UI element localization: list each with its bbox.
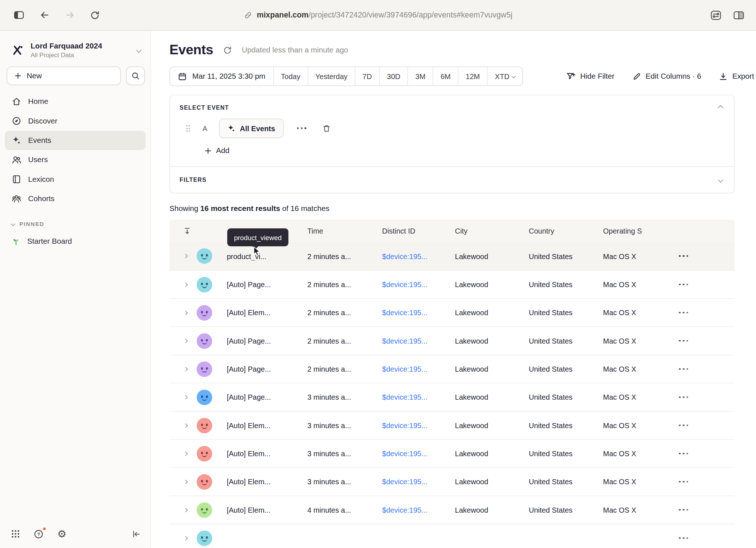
row-actions-button[interactable]	[677, 506, 690, 514]
table-row[interactable]: [Auto] Elem... 3 minutes a... $device:19…	[169, 411, 735, 439]
row-actions-button[interactable]	[677, 478, 690, 486]
sidebar-item-starter-board[interactable]: Starter Board	[5, 232, 146, 251]
distinct-id-link[interactable]: $device:195...	[382, 252, 428, 260]
row-expand-chevron-icon[interactable]	[182, 451, 188, 455]
collapse-sidebar-icon[interactable]	[131, 529, 141, 539]
range-button[interactable]: Yesterday	[308, 67, 355, 86]
reload-icon[interactable]	[88, 8, 102, 21]
sidebar-item-cohorts[interactable]: Cohorts	[5, 189, 146, 208]
row-expand-chevron-icon[interactable]	[182, 339, 188, 343]
distinct-id-link[interactable]: $device:195...	[382, 478, 428, 486]
new-button[interactable]: New	[7, 67, 121, 85]
row-expand-chevron-icon[interactable]	[182, 423, 188, 427]
distinct-id-link[interactable]: $device:195...	[382, 309, 428, 317]
event-country: United States	[529, 449, 572, 458]
sidebar-item-discover[interactable]: Discover	[5, 111, 146, 131]
row-actions-button[interactable]	[677, 422, 690, 429]
row-actions-button[interactable]	[677, 450, 690, 457]
row-expand-chevron-icon[interactable]	[182, 480, 188, 484]
row-expand-chevron-icon[interactable]	[182, 311, 188, 315]
back-icon[interactable]	[38, 8, 51, 22]
collapse-rows-icon[interactable]	[183, 227, 192, 235]
sidebar-item-home[interactable]: Home	[5, 92, 146, 111]
settings-gear-icon[interactable]: ⚙	[56, 527, 68, 540]
collapse-section-button[interactable]	[717, 104, 724, 111]
event-os: Mac OS X	[603, 280, 636, 289]
row-actions-button[interactable]	[677, 394, 690, 401]
seedling-icon	[12, 237, 20, 246]
distinct-id-link[interactable]: $device:195...	[382, 280, 428, 289]
range-button[interactable]: 3M	[407, 67, 433, 86]
event-selector-chip[interactable]: All Events	[219, 118, 283, 138]
table-row[interactable]: [Auto] Page... 2 minutes a... $device:19…	[169, 270, 735, 298]
distinct-id-link[interactable]: $device:195...	[382, 393, 428, 402]
expand-section-button[interactable]	[717, 176, 724, 184]
trash-icon[interactable]	[320, 122, 333, 135]
distinct-id-link[interactable]: $device:195...	[382, 506, 428, 514]
distinct-id-link[interactable]: $device:195...	[382, 337, 428, 345]
row-expand-chevron-icon[interactable]	[182, 536, 188, 540]
event-city: Lakewood	[455, 280, 488, 289]
table-row[interactable]: [Auto] Page... 3 minutes a... $device:19…	[169, 383, 735, 411]
filters-section[interactable]: FILTERS	[170, 167, 734, 193]
browser-tune-icon[interactable]	[708, 8, 723, 23]
hide-filter-button[interactable]: Hide Filter	[566, 71, 615, 81]
table-row[interactable]: [Auto] Page... 2 minutes a... $device:19…	[169, 355, 735, 383]
pinned-section-header[interactable]: PINNED	[0, 221, 150, 227]
distinct-id-link[interactable]: $device:195...	[382, 449, 428, 458]
svg-text:?: ?	[37, 531, 40, 537]
date-picker-button[interactable]: Mar 11, 2025 3:30 pm	[170, 67, 274, 86]
sparkle-icon	[227, 124, 236, 133]
row-expand-chevron-icon[interactable]	[182, 367, 188, 371]
project-switcher[interactable]: Lord Farquaad 2024 All Project Data	[0, 38, 150, 65]
distinct-id-link[interactable]: $device:195...	[382, 421, 428, 430]
table-row[interactable]: [Auto] Page... 2 minutes a... $device:19…	[169, 326, 735, 355]
row-expand-chevron-icon[interactable]	[182, 254, 188, 258]
sidebar-item-lexicon[interactable]: Lexicon	[5, 170, 146, 189]
table-row[interactable]: [Auto] Elem... 4 minutes a... $device:19…	[169, 496, 735, 524]
event-os: Mac OS X	[603, 449, 636, 458]
table-body: product_vi... 2 minutes a... $device:195…	[169, 242, 735, 548]
row-expand-chevron-icon[interactable]	[182, 508, 188, 512]
browser-sidebar-toggle-icon[interactable]	[12, 8, 26, 22]
split-view-icon[interactable]	[731, 8, 746, 23]
search-button[interactable]	[126, 67, 145, 85]
range-button[interactable]: Today	[273, 67, 307, 86]
distinct-id-link[interactable]: $device:195...	[382, 365, 428, 373]
row-expand-chevron-icon[interactable]	[182, 282, 188, 286]
event-os: Mac OS X	[603, 252, 636, 260]
add-event-button[interactable]: Add	[204, 142, 229, 159]
table-row[interactable]: [Auto] Elem... 2 minutes a... $device:19…	[169, 298, 735, 326]
range-button[interactable]: 12M	[458, 67, 487, 86]
row-actions-button[interactable]	[677, 281, 690, 288]
range-button[interactable]: 6M	[433, 67, 458, 86]
range-button[interactable]: 7D	[355, 67, 379, 86]
export-button[interactable]: Export	[719, 72, 754, 81]
sidebar-footer: ? ⚙	[0, 520, 150, 548]
range-button[interactable]: XTD	[487, 67, 523, 86]
event-time: 4 minutes a...	[307, 506, 351, 514]
row-actions-button[interactable]	[677, 534, 690, 542]
event-options-button[interactable]	[295, 125, 308, 132]
address-bar[interactable]: mixpanel.com/project/3472420/view/397469…	[244, 11, 512, 19]
drag-handle[interactable]	[185, 124, 191, 133]
refresh-icon[interactable]	[223, 46, 232, 55]
row-actions-button[interactable]	[677, 252, 690, 260]
table-row[interactable]: [Auto] Elem... 3 minutes a... $device:19…	[169, 439, 735, 467]
edit-columns-button[interactable]: Edit Columns · 6	[632, 72, 701, 81]
row-actions-button[interactable]	[677, 309, 690, 317]
row-expand-chevron-icon[interactable]	[182, 395, 188, 399]
table-row[interactable]	[169, 524, 735, 548]
range-button[interactable]: 30D	[379, 67, 407, 86]
download-icon	[719, 72, 728, 81]
os-column-header: Operating S	[595, 227, 669, 235]
sidebar-item-users[interactable]: Users	[5, 150, 146, 169]
forward-icon[interactable]	[63, 8, 76, 22]
row-actions-button[interactable]	[677, 365, 690, 373]
sidebar-item-events[interactable]: Events	[5, 131, 146, 150]
row-actions-button[interactable]	[677, 337, 690, 345]
apps-grid-icon[interactable]	[10, 528, 21, 540]
event-time: 2 minutes a...	[307, 365, 351, 373]
toolbar: Mar 11, 2025 3:30 pm Today Yesterday 7D	[169, 67, 754, 86]
table-row[interactable]: [Auto] Elem... 3 minutes a... $device:19…	[169, 467, 735, 496]
